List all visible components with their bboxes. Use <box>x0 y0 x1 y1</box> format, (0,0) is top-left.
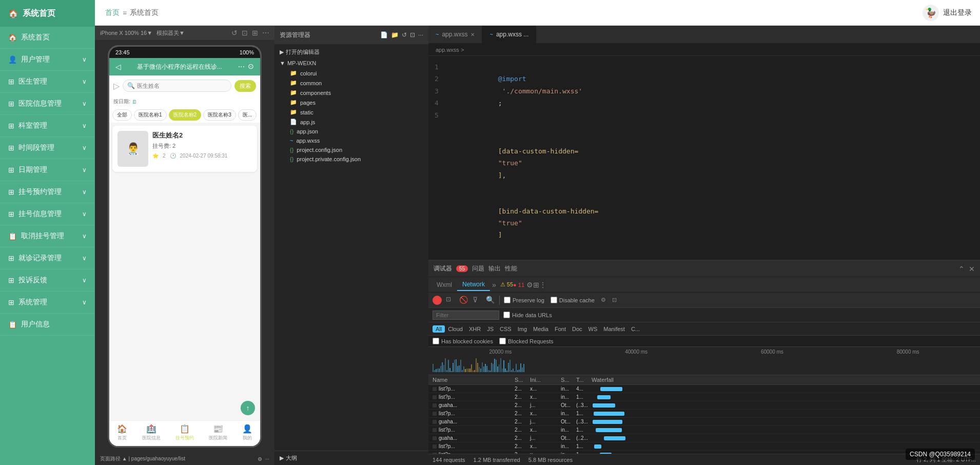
network-filter-input[interactable] <box>433 311 499 320</box>
sidebar-item-8[interactable]: ⊞ 挂号信息管理 ∨ <box>0 203 95 225</box>
net-type-media[interactable]: Media <box>530 325 552 333</box>
sidebar-item-1[interactable]: 👤 用户管理 ∨ <box>0 49 95 71</box>
file-item-5[interactable]: 📄 app.js <box>275 117 428 127</box>
network-row-4[interactable]: guaha... 2... j... Ot... (..3... <box>428 418 980 426</box>
net-type-img[interactable]: Img <box>515 325 530 333</box>
hospital-tab-1[interactable]: 医院名称1 <box>134 109 167 121</box>
search-button[interactable]: 🔍 <box>486 296 495 305</box>
net-type-xhr[interactable]: XHR <box>466 325 484 333</box>
tab-close-icon[interactable]: ✕ <box>471 32 475 37</box>
scroll-top-button[interactable]: ↑ <box>241 401 255 415</box>
menu-dots[interactable]: ··· <box>238 62 245 71</box>
tab-wxml[interactable]: Wxml <box>432 279 457 290</box>
more-tabs-icon[interactable]: » <box>490 279 498 291</box>
sidebar-item-7[interactable]: ⊞ 挂号预约管理 ∨ <box>0 181 95 203</box>
devtools-settings[interactable]: ⚙ <box>526 281 533 289</box>
net-type-ws[interactable]: WS <box>585 325 601 333</box>
pause-button[interactable]: ⊡ <box>446 296 455 305</box>
clear-button[interactable]: 🚫 <box>459 296 468 305</box>
date-filter-icon[interactable]: 🗓 <box>132 99 137 105</box>
file-item-8[interactable]: {} project.config.json <box>275 145 428 154</box>
editor-tab-active[interactable]: ~ app.wxss ... <box>482 26 536 43</box>
nav-item-profile[interactable]: 👤 我的 <box>242 424 252 444</box>
net-type-cloud[interactable]: Cloud <box>445 325 466 333</box>
logout-button[interactable]: 退出登录 <box>943 8 972 17</box>
devtools-close[interactable]: ✕ <box>969 265 975 273</box>
hospital-tab-all[interactable]: 全部 <box>112 109 132 121</box>
phone-action-3[interactable]: ⊞ <box>252 29 258 37</box>
devtools-more[interactable]: ⋮ <box>539 281 546 289</box>
network-row-1[interactable]: list?p... 2... x... in... 1... <box>428 393 980 401</box>
phone-action-1[interactable]: ↺ <box>231 29 238 37</box>
file-item-1[interactable]: 📁 common <box>275 78 428 88</box>
back-icon[interactable]: ◁ <box>115 63 121 71</box>
sidebar-item-13[interactable]: 📋 用户信息 <box>0 314 95 336</box>
import-export-icon[interactable]: ⊡ <box>612 297 617 303</box>
devtools-maximize[interactable]: ⌃ <box>958 265 965 273</box>
sidebar-item-0[interactable]: 🏠 系统首页 <box>0 27 95 49</box>
phone-action-2[interactable]: ⊡ <box>242 29 248 37</box>
sidebar-item-12[interactable]: ⊞ 系统管理 ∨ <box>0 292 95 314</box>
sidebar-item-10[interactable]: ⊞ 就诊记录管理 ∨ <box>0 247 95 269</box>
net-type-manifest[interactable]: Manifest <box>600 325 628 333</box>
editor-tab-appwxss[interactable]: ~ app.wxss ✕ <box>428 26 482 43</box>
mp-weixn-section[interactable]: ▼ MP-WEIXN <box>275 58 428 68</box>
nav-item-appointment[interactable]: 📋 挂号预约 <box>175 424 194 444</box>
phone-action-4[interactable]: ⋯ <box>262 29 269 37</box>
network-row-2[interactable]: guaha... 2... j... Ot... (..3... <box>428 401 980 410</box>
blocked-cookies-label[interactable]: Has blocked cookies <box>433 338 493 344</box>
breadcrumb-home[interactable]: 首页 <box>105 8 120 17</box>
new-file-icon[interactable]: 📄 <box>380 31 388 38</box>
nav-item-hospital[interactable]: 🏥 医院信息 <box>142 424 161 444</box>
sidebar-item-5[interactable]: ⊞ 时间段管理 ∨ <box>0 137 95 159</box>
sidebar-item-9[interactable]: 📋 取消挂号管理 ∨ <box>0 225 95 247</box>
file-item-6[interactable]: {} app.json <box>275 127 428 136</box>
filter-button[interactable]: ⊽ <box>473 296 482 305</box>
doctor-search-input[interactable] <box>137 83 227 89</box>
file-item-3[interactable]: 📁 pages <box>275 98 428 107</box>
file-item-9[interactable]: {} project.private.config.json <box>275 154 428 164</box>
search-button[interactable]: 搜索 <box>234 80 256 92</box>
net-type-css[interactable]: CSS <box>497 325 515 333</box>
net-type-other[interactable]: C... <box>628 325 643 333</box>
blocked-requests-label[interactable]: Blocked Requests <box>499 338 554 344</box>
path-dots[interactable]: ··· <box>265 456 269 462</box>
collapse-icon[interactable]: ⊡ <box>410 31 415 38</box>
disable-cache-label[interactable]: Disable cache <box>551 297 595 303</box>
network-row-6[interactable]: guaha... 2... j... Ot... (..2... <box>428 434 980 442</box>
doctor-card[interactable]: 👨‍⚕️ 医生姓名2 挂号费: 2 ⭐ 2 🕐 2024-02-27 09:58… <box>112 126 257 172</box>
sidebar-item-3[interactable]: ⊞ 医院信息管理 ∨ <box>0 93 95 115</box>
camera-icon[interactable]: ⊙ <box>248 62 254 71</box>
preserve-log-checkbox[interactable] <box>504 297 511 303</box>
open-editors-section[interactable]: ▶ 打开的编辑器 <box>275 46 428 58</box>
net-type-doc[interactable]: Doc <box>569 325 585 333</box>
outline-section[interactable]: ▶ 大纲 <box>275 451 428 465</box>
network-row-7[interactable]: list?p... 2... x... in... 1... <box>428 442 980 451</box>
new-folder-icon[interactable]: 📁 <box>391 31 399 38</box>
sidebar-header[interactable]: 🏠 系统首页 <box>0 0 95 27</box>
nav-item-home[interactable]: 🏠 首页 <box>117 424 127 444</box>
net-type-font[interactable]: Font <box>552 325 569 333</box>
hospital-tab-3[interactable]: 医院名称3 <box>203 109 236 121</box>
logout-area[interactable]: 🦆 退出登录 <box>914 0 980 26</box>
sidebar-item-6[interactable]: ⊞ 日期管理 ∨ <box>0 159 95 181</box>
network-row-5[interactable]: list?p... 2... x... in... 1... <box>428 426 980 434</box>
file-item-4[interactable]: 📁 static <box>275 107 428 117</box>
more-actions-icon[interactable]: ··· <box>418 31 423 38</box>
hospital-tab-2[interactable]: 医院名称2 <box>169 109 202 121</box>
sidebar-item-4[interactable]: ⊞ 科室管理 ∨ <box>0 115 95 137</box>
record-button[interactable] <box>433 296 442 305</box>
file-item-7[interactable]: ~ app.wxss <box>275 136 428 145</box>
network-row-3[interactable]: list?p... 2... x... in... 1... <box>428 410 980 418</box>
refresh-icon[interactable]: ↺ <box>402 31 407 38</box>
net-type-all[interactable]: All <box>433 325 445 333</box>
net-type-js[interactable]: JS <box>484 325 497 333</box>
throttle-icon[interactable]: ⚙ <box>601 297 606 303</box>
sidebar-item-11[interactable]: ⊞ 投诉反馈 ∨ <box>0 269 95 292</box>
hospital-tab-more[interactable]: 医... <box>238 109 257 121</box>
blocked-cookies-checkbox[interactable] <box>433 338 439 344</box>
tab-network[interactable]: Network <box>457 279 490 291</box>
network-row-0[interactable]: list?p... 2... x... in... 4... <box>428 385 980 393</box>
preserve-log-label[interactable]: Preserve log <box>504 297 544 303</box>
hide-urls-checkbox[interactable] <box>503 312 510 318</box>
